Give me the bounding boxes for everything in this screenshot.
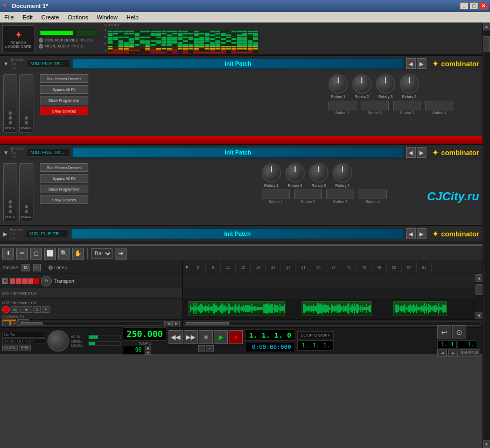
combinator-2-patch-bar[interactable]: Init Patch (72, 147, 404, 158)
rewind-button[interactable]: ◀◀ (169, 330, 183, 344)
combinator-1-browse-btn[interactable]: ◀ (406, 58, 416, 69)
pos-plus-btn[interactable]: + (206, 345, 214, 352)
right-nav-btn-2[interactable]: ▶ (448, 349, 458, 357)
shuffle-btn[interactable]: SHUFFLE (459, 349, 480, 357)
scroll-down-arrow[interactable]: ▼ (483, 440, 491, 448)
combinator-1-show-dev-btn[interactable]: Show Devices (40, 107, 88, 115)
tool-arrow-right[interactable]: ➔ (115, 248, 127, 260)
lfo-icon-btn[interactable]: ⊙ (33, 306, 41, 313)
seq-hscroll-track[interactable] (20, 321, 162, 326)
combinator-2-show-prog-btn[interactable]: Show Programmer (40, 185, 88, 193)
tempo-down-btn[interactable]: ▼ (145, 351, 151, 355)
lfo-m-btn[interactable]: M (11, 306, 19, 313)
track-s-btn[interactable]: ⬚ (33, 264, 41, 271)
forward-button[interactable]: ▶▶ (184, 330, 198, 344)
tool-select[interactable]: ⬆ (2, 248, 14, 260)
audio-clip-3[interactable] (393, 301, 447, 316)
seq-zoom-plus[interactable]: + (11, 321, 18, 326)
combinator-3-play-icon[interactable]: ▶ (3, 231, 8, 237)
combinator-1-patch-bar[interactable]: Init Patch (72, 58, 404, 69)
lfo-rec-btn[interactable] (2, 306, 10, 313)
combinator-2-bypass-btn[interactable]: Bypass All FX (40, 174, 88, 183)
lfo-arrow-btn[interactable]: ▼ (20, 306, 32, 313)
record-button[interactable]: ● (229, 330, 243, 344)
menu-help[interactable]: Help (124, 13, 141, 22)
combinator-1-run-btn[interactable]: Run Pattern Devices (40, 74, 88, 83)
combinator-1-knob-2[interactable] (352, 74, 372, 94)
lanes-radio[interactable] (48, 265, 53, 270)
midi-radio[interactable] (39, 38, 43, 43)
tool-select-2[interactable]: ⬜ (44, 248, 56, 260)
seq-hscroll-thumb[interactable] (21, 322, 43, 325)
combinator-1-btn-2[interactable] (361, 101, 389, 110)
tempo-up-btn[interactable]: ▲ (145, 346, 151, 350)
seq-scroll-down[interactable]: ▼ (475, 312, 483, 319)
pre-btn[interactable]: PRE (19, 345, 31, 351)
combinator-1-show-prog-btn[interactable]: Show Programmer (40, 96, 88, 104)
combinator-2-knob-3[interactable] (309, 163, 328, 183)
menu-create[interactable]: Create (39, 13, 61, 22)
seq-scroll-thumb[interactable] (475, 284, 482, 295)
combinator-2-btn-2[interactable] (294, 190, 322, 199)
menu-options[interactable]: Options (66, 13, 90, 22)
seq-hscroll-main-track[interactable] (185, 321, 480, 326)
menu-file[interactable]: File (2, 13, 16, 22)
combinator-3-browse-btn[interactable]: ◀ (406, 228, 416, 239)
combinator-1-next-btn[interactable]: ▶ (417, 58, 426, 69)
combinator-1-btn-4[interactable] (425, 101, 453, 110)
click-btn[interactable]: CLICK (2, 345, 18, 351)
right-nav-btn-1[interactable]: ◀ (437, 349, 447, 357)
play-button[interactable]: ▶ (214, 330, 228, 344)
seq-mode-select[interactable]: Bar Beat (91, 248, 113, 259)
audio-radio[interactable] (39, 44, 43, 48)
seq-scroll-up[interactable]: ▲ (475, 274, 483, 282)
tool-eraser[interactable]: ◻ (30, 248, 42, 260)
pos-minus-btn[interactable]: - (198, 345, 205, 352)
combinator-2-next-btn[interactable]: ▶ (417, 147, 426, 158)
tool-zoom[interactable]: 🔍 (58, 248, 70, 260)
combinator-2-arrow[interactable]: ▼ (3, 150, 9, 156)
combinator-2-btn-4[interactable] (359, 190, 387, 199)
combinator-3-patch-bar[interactable]: Init Patch (71, 228, 404, 239)
combinator-1-btn-3[interactable] (393, 101, 421, 110)
combinator-2-btn-1[interactable] (262, 190, 290, 199)
combinator-1-btn-1[interactable] (328, 101, 356, 110)
menu-edit[interactable]: Edit (20, 13, 35, 22)
track-m-btn[interactable]: M (22, 264, 30, 271)
audio-clip-1[interactable] (188, 301, 285, 316)
scroll-up-arrow[interactable]: ▲ (483, 23, 491, 30)
close-button[interactable]: ✕ (479, 2, 488, 10)
seq-nav-right[interactable]: ▶ (172, 321, 180, 326)
combinator-1-arrow[interactable]: ▼ (3, 61, 9, 67)
combinator-2-knob-2[interactable] (285, 163, 305, 183)
maximize-button[interactable]: □ (470, 2, 478, 10)
seq-hscroll-main-thumb[interactable] (186, 322, 229, 325)
seq-nav-left[interactable]: ◀ (164, 321, 172, 326)
combinator-1-knob-1[interactable] (328, 74, 348, 94)
seq-zoom-minus[interactable]: - (2, 321, 10, 326)
undo-btn[interactable]: ↩ (437, 325, 451, 339)
lfo-x-btn[interactable]: ✕ (42, 306, 50, 313)
scroll-thumb[interactable] (484, 36, 490, 52)
minimize-button[interactable]: _ (460, 2, 468, 10)
combo-1-btn-1-group: Button 1 (328, 101, 356, 115)
combinator-2-btn-3[interactable] (326, 190, 354, 199)
combinator-1-knob-3[interactable] (376, 74, 395, 94)
stop-button[interactable]: ■ (199, 330, 213, 344)
audio-clip-2[interactable] (302, 301, 372, 316)
tool-hand[interactable]: ✋ (72, 248, 84, 260)
combinator-2-show-dev-btn[interactable]: Show Devices (40, 195, 88, 204)
combinator-1-bypass-btn[interactable]: Bypass All FX (40, 85, 88, 94)
combinator-2-browse-btn[interactable]: ◀ (406, 147, 416, 158)
loop-toggle-btn[interactable]: LOOP ON/OFF (297, 331, 334, 339)
combinator-2-knob-1[interactable] (262, 163, 281, 183)
tempo-stepper: ▲ ▼ (145, 346, 151, 355)
combinator-1-knob-4[interactable] (400, 74, 419, 94)
combinator-3-next-btn[interactable]: ▶ (417, 228, 426, 239)
combinator-2-knob-4[interactable] (333, 163, 352, 183)
combinator-2-run-btn[interactable]: Run Pattern Devices (40, 163, 88, 172)
menu-window[interactable]: Window (95, 13, 120, 22)
tool-pencil[interactable]: ✏ (16, 248, 28, 260)
master-volume-knob[interactable] (47, 330, 69, 352)
click2-btn[interactable]: ⊙ (452, 325, 466, 339)
